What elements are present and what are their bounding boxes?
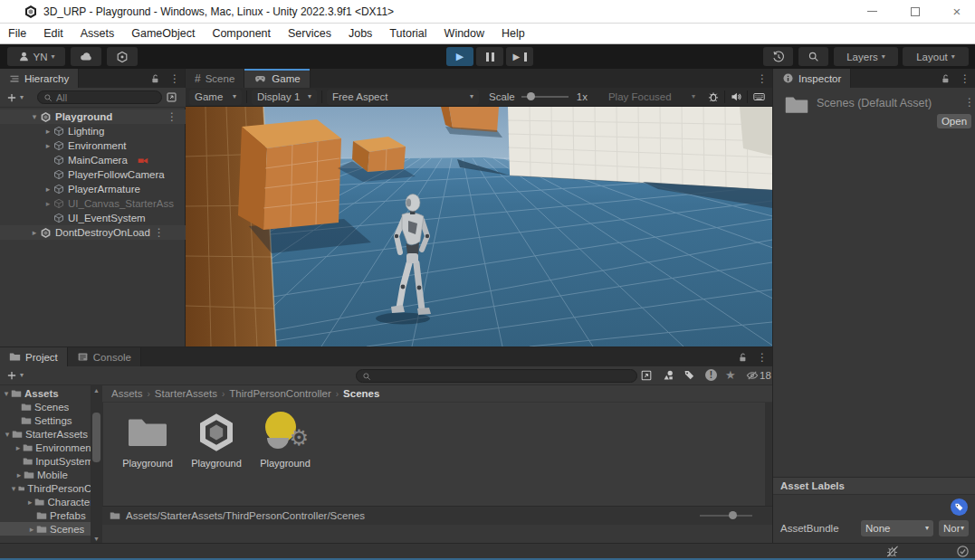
menu-file[interactable]: File [8, 27, 26, 40]
project-tree-scenes-selected[interactable]: ▸ Scenes [0, 522, 102, 536]
add-dropdown-caret[interactable]: ▾ [20, 372, 24, 379]
project-tree-inputsystem[interactable]: InputSystem [0, 454, 91, 468]
hidden-packages-count[interactable]: 18 [746, 369, 771, 382]
asset-tile-playground-lighting[interactable]: ⚙ Playground [255, 411, 315, 469]
add-dropdown-caret[interactable]: ▾ [20, 94, 24, 101]
stats-keyboard-icon[interactable] [752, 90, 766, 103]
slider-thumb[interactable] [527, 92, 535, 100]
tab-inspector[interactable]: Inspector [773, 69, 851, 88]
picker-icon[interactable] [166, 91, 177, 103]
account-dropdown[interactable]: YN ▾ [7, 47, 65, 66]
play-focused-dropdown[interactable]: Play Focused▾ [603, 90, 701, 105]
scale-slider[interactable] [521, 96, 569, 98]
save-search-icon[interactable]: ★ [725, 368, 736, 382]
foldout-closed-icon[interactable]: ▸ [43, 141, 53, 150]
display-dropdown[interactable]: Display 1▾ [252, 90, 317, 105]
project-tree-environment[interactable]: ▸ Environment [0, 441, 91, 454]
asset-tile-playground-folder[interactable]: Playground [118, 411, 177, 469]
project-search-input[interactable] [356, 369, 637, 383]
breadcrumb-assets[interactable]: Assets [111, 388, 143, 399]
project-tree-settings[interactable]: Settings [0, 413, 91, 427]
hierarchy-scene-dontdestroyonload[interactable]: ▸ DontDestroyOnLoad ⋮ [0, 225, 186, 240]
slider-thumb[interactable] [729, 511, 737, 519]
hierarchy-item-environment[interactable]: ▸ Environment [0, 138, 186, 153]
aspect-ratio-dropdown[interactable]: Free Aspect▾ [327, 90, 479, 105]
tab-project[interactable]: Project [0, 347, 68, 366]
pause-button[interactable] [476, 47, 503, 66]
foldout-open-icon[interactable]: ▾ [30, 112, 39, 121]
add-asset-icon[interactable] [6, 370, 17, 381]
breadcrumb-starterassets[interactable]: StarterAssets [155, 388, 217, 399]
tab-game[interactable]: Game [244, 69, 310, 88]
close-button[interactable]: × [942, 0, 972, 23]
search-by-label-icon[interactable] [683, 369, 695, 381]
asset-labels-header[interactable]: Asset Labels [773, 477, 975, 495]
add-label-button[interactable] [951, 498, 968, 516]
undo-history-button[interactable] [763, 47, 793, 66]
scrollbar-thumb[interactable] [92, 413, 100, 462]
hierarchy-item-ui-eventsystem[interactable]: UI_EventSystem [0, 211, 186, 225]
menu-assets[interactable]: Assets [81, 27, 115, 40]
scroll-up-icon[interactable]: ▲ [93, 387, 100, 394]
game-viewport[interactable] [186, 107, 772, 346]
debug-bug-icon[interactable] [707, 90, 720, 103]
assetbundle-variant-dropdown[interactable]: None▾ [939, 520, 969, 536]
lock-icon[interactable] [732, 347, 752, 366]
maximize-button[interactable] [900, 0, 931, 23]
menu-component[interactable]: Component [212, 27, 271, 40]
project-tree-prefabs[interactable]: Prefabs [0, 508, 91, 522]
kebab-menu-icon[interactable]: ⋮ [167, 111, 177, 122]
project-tree-character[interactable]: ▸ Character [0, 495, 91, 508]
cloud-button[interactable] [71, 47, 101, 66]
lock-icon[interactable] [145, 69, 165, 88]
layout-dropdown[interactable]: Layout ▾ [903, 47, 969, 66]
open-in-search-icon[interactable] [640, 369, 653, 382]
assetbundle-dropdown[interactable]: None▾ [861, 520, 933, 536]
kebab-menu-icon[interactable]: ⋮ [154, 227, 165, 238]
import-log-icon[interactable]: ! [705, 369, 717, 381]
foldout-closed-icon[interactable]: ▸ [43, 185, 53, 194]
add-gameobject-icon[interactable] [6, 92, 17, 103]
minimize-button[interactable] [856, 0, 887, 23]
hierarchy-search-input[interactable]: All [37, 90, 162, 104]
thumbnail-size-slider[interactable] [700, 515, 752, 517]
tab-console[interactable]: Console [68, 347, 141, 366]
content-scrollbar[interactable] [765, 403, 772, 506]
hierarchy-scene-playground[interactable]: ▾ Playground ⋮ [0, 109, 186, 124]
hierarchy-item-playerfollowcamera[interactable]: PlayerFollowCamera [0, 167, 186, 182]
project-tree-assets[interactable]: ▾ Assets [0, 386, 91, 400]
project-tree-mobile[interactable]: ▸ Mobile [0, 468, 91, 481]
kebab-menu-icon[interactable]: ⋮ [955, 69, 975, 88]
search-everywhere-button[interactable] [798, 47, 828, 66]
play-button[interactable]: ▶ [446, 47, 473, 66]
hierarchy-item-lighting[interactable]: ▸ Lighting [0, 124, 186, 138]
view-target-dropdown[interactable]: Game▾ [189, 90, 242, 105]
menu-tutorial[interactable]: Tutorial [389, 27, 426, 40]
tab-hierarchy[interactable]: Hierarchy [0, 69, 79, 88]
menu-window[interactable]: Window [444, 27, 484, 40]
tab-scene[interactable]: # Scene [186, 69, 244, 88]
hierarchy-item-maincamera[interactable]: MainCamera [0, 153, 186, 167]
hierarchy-item-playerarmature[interactable]: ▸ PlayerArmature [0, 182, 186, 196]
menu-gameobject[interactable]: GameObject [131, 27, 195, 40]
menu-services[interactable]: Services [288, 27, 331, 40]
hierarchy-item-ui-canvas[interactable]: ▸ UI_Canvas_StarterAss [0, 196, 186, 211]
kebab-menu-icon[interactable]: ⋮ [964, 97, 975, 108]
kebab-menu-icon[interactable]: ⋮ [752, 347, 772, 366]
asset-tile-playground-scene[interactable]: Playground [186, 411, 246, 469]
foldout-closed-icon[interactable]: ▸ [43, 199, 53, 208]
open-button[interactable]: Open [937, 114, 971, 128]
progress-status-icon[interactable] [956, 545, 970, 558]
kebab-menu-icon[interactable]: ⋮ [165, 69, 185, 88]
project-tree-starterassets[interactable]: ▾ StarterAssets [0, 427, 91, 441]
lock-icon[interactable] [935, 69, 955, 88]
menu-edit[interactable]: Edit [43, 27, 63, 40]
breadcrumb-thirdpersoncontroller[interactable]: ThirdPersonController [229, 388, 331, 399]
layers-dropdown[interactable]: Layers ▾ [834, 47, 898, 66]
foldout-closed-icon[interactable]: ▸ [43, 127, 53, 136]
foldout-closed-icon[interactable]: ▸ [30, 228, 39, 237]
step-button[interactable]: ▶ [506, 47, 533, 66]
mute-audio-icon[interactable] [730, 90, 742, 103]
breadcrumb-scenes[interactable]: Scenes [343, 388, 379, 399]
project-tree-scenes[interactable]: Scenes [0, 400, 91, 413]
